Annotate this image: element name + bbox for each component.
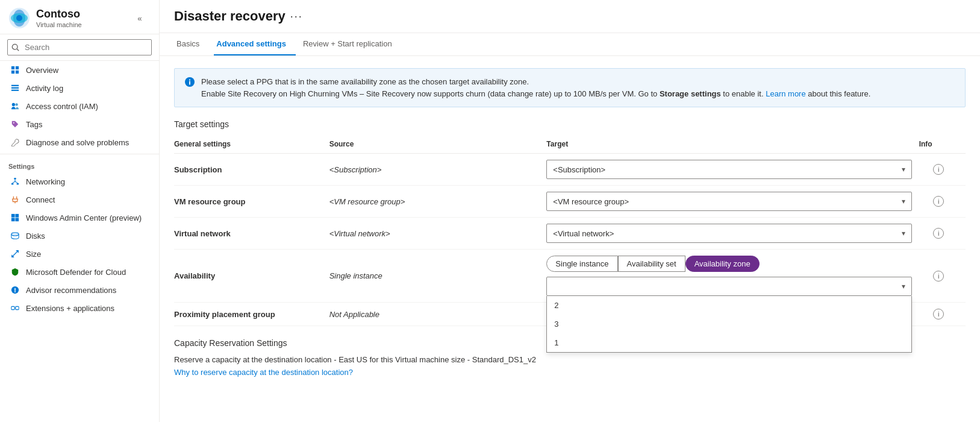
avail-btn-set[interactable]: Availability set (618, 256, 685, 272)
zone-dropdown-options: 2 3 1 (546, 296, 911, 353)
svg-line-21 (15, 181, 17, 183)
info-circle-icon[interactable]: i (933, 228, 944, 239)
svg-rect-26 (15, 218, 19, 221)
row-label-ppg: Proximity placement group (174, 303, 329, 326)
settings-section-label: Settings (0, 157, 159, 172)
info-circle-icon[interactable]: i (933, 309, 944, 320)
svg-point-4 (12, 44, 17, 49)
sidebar-item-networking[interactable]: Networking (0, 172, 159, 191)
sidebar-item-overview[interactable]: Overview (0, 61, 159, 79)
tab-review[interactable]: Review + Start replication (301, 33, 402, 55)
row-target-subscription: <Subscription> ▾ (546, 154, 919, 186)
info-circle-icon[interactable]: i (933, 271, 944, 282)
svg-rect-29 (11, 306, 14, 309)
svg-rect-30 (16, 306, 19, 309)
chevron-down-icon: ▾ (902, 197, 905, 206)
search-icon (11, 43, 20, 52)
app-name: Contoso (36, 8, 82, 21)
grid-icon (10, 65, 20, 75)
disks-icon (10, 231, 20, 241)
collapse-sidebar-button[interactable]: « (131, 10, 148, 27)
row-target-vmrg: <VM resource group> ▾ (546, 186, 919, 218)
zone-dropdown[interactable]: ▾ (546, 277, 911, 296)
sidebar-item-defender[interactable]: Microsoft Defender for Cloud (0, 263, 159, 281)
row-label-availability: Availability (174, 250, 329, 303)
row-source-availability: Single instance (329, 250, 547, 303)
sidebar-item-label: Extensions + applications (26, 304, 114, 313)
sidebar-item-diagnose[interactable]: Diagnose and solve problems (0, 133, 159, 151)
table-row: VM resource group <VM resource group> <V… (174, 186, 966, 218)
sidebar-item-access-control[interactable]: Access control (IAM) (0, 97, 159, 115)
resize-icon (10, 249, 20, 259)
info-circle-icon[interactable]: i (933, 164, 944, 175)
row-info-vmrg: i (919, 186, 966, 218)
app-subtitle: Virtual machine (36, 21, 82, 28)
zone-option-2[interactable]: 2 (547, 296, 911, 315)
avail-btn-zone[interactable]: Availability zone (685, 256, 760, 272)
svg-point-15 (13, 122, 14, 124)
info-circle-icon[interactable]: i (933, 196, 944, 207)
chevron-down-icon: ▾ (902, 282, 905, 291)
sidebar-item-label: Advisor recommendations (26, 286, 116, 295)
sidebar-item-connect[interactable]: Connect (0, 191, 159, 209)
wrench-icon (10, 137, 20, 147)
row-label-vnet: Virtual network (174, 218, 329, 250)
banner-bold: Storage settings (660, 89, 721, 98)
extensions-icon (10, 303, 20, 313)
subscription-dropdown-value: <Subscription> (553, 165, 605, 174)
svg-point-34 (189, 79, 190, 80)
sidebar-item-label: Tags (26, 120, 42, 129)
row-target-vnet: <Virtual network> ▾ (546, 218, 919, 250)
sidebar-item-activity-log[interactable]: Activity log (0, 79, 159, 97)
sidebar-item-windows-admin[interactable]: Windows Admin Center (preview) (0, 209, 159, 227)
vmrg-dropdown-value: <VM resource group> (553, 197, 629, 206)
row-info-vnet: i (919, 218, 966, 250)
svg-point-3 (16, 15, 22, 21)
table-row: Availability Single instance Single inst… (174, 250, 966, 303)
info-banner-text: Please select a PPG that is in the same … (201, 76, 870, 99)
search-input[interactable] (7, 39, 152, 55)
row-label-subscription: Subscription (174, 154, 329, 186)
row-source-ppg: Not Applicable (329, 303, 547, 326)
col-header-source: Source (329, 136, 547, 154)
subscription-dropdown[interactable]: <Subscription> ▾ (546, 160, 911, 179)
svg-rect-12 (11, 90, 19, 91)
row-label-vmrg: VM resource group (174, 186, 329, 218)
sidebar-item-tags[interactable]: Tags (0, 115, 159, 133)
sidebar-item-size[interactable]: Size (0, 245, 159, 263)
sidebar-item-label: Activity log (26, 84, 63, 93)
sidebar-item-advisor[interactable]: Advisor recommendations (0, 281, 159, 299)
svg-rect-9 (16, 71, 19, 74)
vmrg-dropdown[interactable]: <VM resource group> ▾ (546, 192, 911, 211)
sidebar-item-label: Disks (26, 231, 45, 241)
banner-line2: Enable Site Recovery on High Churning VM… (201, 89, 660, 98)
windows-icon (10, 213, 20, 222)
zone-option-3[interactable]: 3 (547, 315, 911, 333)
row-source-subscription: <Subscription> (329, 154, 547, 186)
more-options-button[interactable]: ··· (290, 10, 303, 31)
sidebar-item-label: Size (26, 250, 41, 259)
zone-option-1[interactable]: 1 (547, 333, 911, 352)
sidebar-item-label: Microsoft Defender for Cloud (26, 268, 126, 277)
learn-more-link[interactable]: Learn more (766, 89, 805, 98)
banner-line3: to enable it. (721, 89, 766, 98)
ppg-source-value: Not Applicable (329, 310, 379, 319)
sidebar-item-label: Networking (26, 177, 65, 186)
sidebar-item-disks[interactable]: Disks (0, 227, 159, 245)
tab-basics[interactable]: Basics (174, 33, 209, 55)
sidebar-item-label: Windows Admin Center (preview) (26, 213, 142, 222)
svg-rect-7 (16, 66, 19, 69)
svg-rect-16 (14, 178, 16, 180)
sidebar-item-extensions[interactable]: Extensions + applications (0, 299, 159, 317)
list-icon (10, 83, 20, 93)
avail-btn-single[interactable]: Single instance (546, 256, 617, 272)
sidebar-item-label: Diagnose and solve problems (26, 138, 129, 147)
tag-icon (10, 119, 20, 129)
capacity-link[interactable]: Why to reserve capacity at the destinati… (174, 368, 353, 377)
vnet-dropdown[interactable]: <Virtual network> ▾ (546, 224, 911, 243)
svg-point-13 (12, 103, 15, 106)
svg-line-5 (17, 49, 19, 51)
row-info-ppg: i (919, 303, 966, 326)
settings-table: General settings Source Target Info Subs… (174, 136, 966, 326)
tab-advanced-settings[interactable]: Advanced settings (214, 33, 296, 55)
